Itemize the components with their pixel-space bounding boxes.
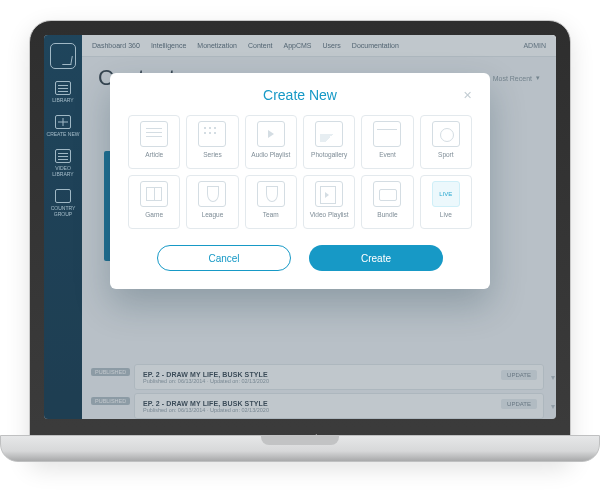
tile-label: Article bbox=[145, 151, 163, 163]
tile-photogallery[interactable]: Photogallery bbox=[303, 115, 355, 169]
bundle-icon bbox=[373, 181, 401, 207]
tile-label: Live bbox=[440, 211, 452, 223]
app-screen: LIBRARY CREATE NEW VIDEO LIBRARY COUNTRY… bbox=[44, 35, 556, 419]
tile-video-playlist[interactable]: Video Playlist bbox=[303, 175, 355, 229]
tile-bundle[interactable]: Bundle bbox=[361, 175, 413, 229]
video-playlist-icon bbox=[315, 181, 343, 207]
series-icon bbox=[198, 121, 226, 147]
modal-title: Create New bbox=[128, 87, 472, 103]
tile-article[interactable]: Article bbox=[128, 115, 180, 169]
live-icon bbox=[432, 181, 460, 207]
tile-label: Series bbox=[203, 151, 221, 163]
modal-overlay: Create New ✕ Article Series Audio Playli… bbox=[44, 35, 556, 419]
device-frame: LIBRARY CREATE NEW VIDEO LIBRARY COUNTRY… bbox=[29, 20, 571, 460]
event-icon bbox=[373, 121, 401, 147]
audio-playlist-icon bbox=[257, 121, 285, 147]
tile-label: League bbox=[202, 211, 224, 223]
tile-event[interactable]: Event bbox=[361, 115, 413, 169]
trackpad-notch bbox=[261, 435, 339, 445]
device-base bbox=[0, 435, 600, 462]
tile-label: Audio Playlist bbox=[251, 151, 290, 163]
modal-actions: Cancel Create bbox=[128, 241, 472, 271]
tile-live[interactable]: Live bbox=[420, 175, 472, 229]
create-new-modal: Create New ✕ Article Series Audio Playli… bbox=[110, 73, 490, 289]
tile-sport[interactable]: Sport bbox=[420, 115, 472, 169]
tile-label: Game bbox=[145, 211, 163, 223]
close-icon[interactable]: ✕ bbox=[463, 89, 472, 102]
league-icon bbox=[198, 181, 226, 207]
tile-label: Bundle bbox=[377, 211, 397, 223]
tile-league[interactable]: League bbox=[186, 175, 238, 229]
tile-audio-playlist[interactable]: Audio Playlist bbox=[245, 115, 297, 169]
tile-team[interactable]: Team bbox=[245, 175, 297, 229]
game-icon bbox=[140, 181, 168, 207]
cancel-button[interactable]: Cancel bbox=[157, 245, 291, 271]
tile-label: Photogallery bbox=[311, 151, 347, 163]
photogallery-icon bbox=[315, 121, 343, 147]
tile-game[interactable]: Game bbox=[128, 175, 180, 229]
tile-label: Event bbox=[379, 151, 396, 163]
article-icon bbox=[140, 121, 168, 147]
create-button[interactable]: Create bbox=[309, 245, 443, 271]
tile-series[interactable]: Series bbox=[186, 115, 238, 169]
content-type-grid: Article Series Audio Playlist Photogalle… bbox=[128, 115, 472, 229]
tile-label: Video Playlist bbox=[310, 211, 349, 223]
tile-label: Sport bbox=[438, 151, 454, 163]
team-icon bbox=[257, 181, 285, 207]
tile-label: Team bbox=[263, 211, 279, 223]
sport-icon bbox=[432, 121, 460, 147]
